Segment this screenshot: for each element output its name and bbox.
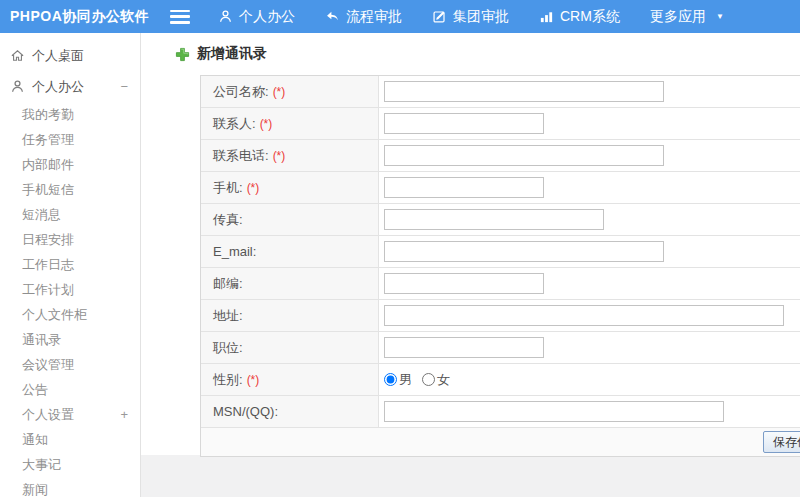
form-row-gender: 性别:(*)男女 [201, 364, 800, 396]
nav-item-more-apps[interactable]: 更多应用▼ [650, 8, 724, 26]
sidebar-item-label: 新闻 [22, 481, 48, 497]
required-marker: (*) [247, 373, 260, 387]
sidebar-item-label: 通知 [22, 431, 48, 449]
sidebar-item-label: 通讯录 [22, 331, 61, 349]
sidebar-item-big-events[interactable]: 大事记 [0, 452, 140, 477]
sidebar-item-label: 我的考勤 [22, 106, 74, 124]
sidebar-item-work-plan[interactable]: 工作计划 [0, 277, 140, 302]
top-nav: 个人办公流程审批集团审批CRM系统更多应用▼ [218, 8, 724, 26]
contact-phone-input[interactable] [384, 145, 664, 166]
user-icon [218, 9, 233, 24]
field-value-gender: 男女 [379, 364, 800, 395]
required-marker: (*) [247, 181, 260, 195]
field-value-email [379, 236, 800, 267]
nav-item-group-approval[interactable]: 集团审批 [432, 8, 509, 26]
field-value-zip-code [379, 268, 800, 299]
gender-option-女[interactable]: 女 [422, 371, 450, 389]
form-row-email: E_mail: [201, 236, 800, 268]
form-row-address: 地址: [201, 300, 800, 332]
form-row-contact-phone: 联系电话:(*) [201, 140, 800, 172]
gender-radio[interactable] [422, 373, 435, 386]
address-input[interactable] [384, 305, 784, 326]
field-value-address [379, 300, 800, 331]
email-input[interactable] [384, 241, 664, 262]
field-label-contact-phone: 联系电话:(*) [201, 140, 379, 171]
field-label-contact-person: 联系人:(*) [201, 108, 379, 139]
zip-code-input[interactable] [384, 273, 544, 294]
field-label-zip-code: 邮编: [201, 268, 379, 299]
company-name-input[interactable] [384, 81, 664, 102]
sidebar-item-contacts[interactable]: 通讯录 [0, 327, 140, 352]
field-label-position: 职位: [201, 332, 379, 363]
sidebar-item-mobile-sms[interactable]: 手机短信 [0, 177, 140, 202]
contact-form: 公司名称:(*)联系人:(*)联系电话:(*)手机:(*)传真:E_mail:邮… [200, 75, 800, 457]
expand-icon[interactable]: + [120, 407, 128, 422]
gender-radio[interactable] [384, 373, 397, 386]
radio-label: 男 [399, 371, 412, 389]
nav-item-crm-system[interactable]: CRM系统 [539, 8, 620, 26]
sidebar-item-label: 工作计划 [22, 281, 74, 299]
nav-item-label: 流程审批 [346, 8, 402, 26]
sidebar-item-schedule[interactable]: 日程安排 [0, 227, 140, 252]
required-marker: (*) [260, 117, 273, 131]
sidebar-item-label: 会议管理 [22, 356, 74, 374]
page-title-row: 新增通讯录 [175, 45, 800, 63]
required-marker: (*) [273, 85, 286, 99]
sidebar-item-label: 个人文件柜 [22, 306, 87, 324]
edit-icon [432, 9, 447, 24]
sidebar-item-personal-file-cabinet[interactable]: 个人文件柜 [0, 302, 140, 327]
gender-option-男[interactable]: 男 [384, 371, 412, 389]
sidebar-item-label: 个人设置 [22, 406, 74, 424]
user-icon [10, 79, 25, 94]
sidebar-item-notice[interactable]: 通知 [0, 427, 140, 452]
menu-toggle-icon[interactable] [170, 10, 190, 24]
sidebar-item-news[interactable]: 新闻 [0, 477, 140, 497]
content-panel: 新增通讯录 公司名称:(*)联系人:(*)联系电话:(*)手机:(*)传真:E_… [141, 33, 800, 455]
field-value-mobile [379, 172, 800, 203]
sidebar-item-task-management[interactable]: 任务管理 [0, 127, 140, 152]
form-row-msn-qq: MSN/(QQ): [201, 396, 800, 428]
sidebar-item-label: 大事记 [22, 456, 61, 474]
form-row-mobile: 手机:(*) [201, 172, 800, 204]
nav-item-label: 集团审批 [453, 8, 509, 26]
field-value-msn-qq [379, 396, 800, 427]
sidebar-item-my-attendance[interactable]: 我的考勤 [0, 102, 140, 127]
nav-item-label: 更多应用 [650, 8, 706, 26]
sidebar-item-short-message[interactable]: 短消息 [0, 202, 140, 227]
field-label-msn-qq: MSN/(QQ): [201, 396, 379, 427]
sidebar-item-label: 内部邮件 [22, 156, 74, 174]
chart-icon [539, 9, 554, 24]
nav-item-personal-office[interactable]: 个人办公 [218, 8, 295, 26]
field-value-position [379, 332, 800, 363]
sidebar-item-meeting-management[interactable]: 会议管理 [0, 352, 140, 377]
field-label-address: 地址: [201, 300, 379, 331]
chevron-down-icon: ▼ [716, 12, 724, 21]
field-value-contact-person [379, 108, 800, 139]
sidebar-item-work-log[interactable]: 工作日志 [0, 252, 140, 277]
sidebar-item-internal-mail[interactable]: 内部邮件 [0, 152, 140, 177]
position-input[interactable] [384, 337, 544, 358]
sidebar-item-personal-settings[interactable]: 个人设置+ [0, 402, 140, 427]
mobile-input[interactable] [384, 177, 544, 198]
field-label-fax: 传真: [201, 204, 379, 235]
msn-qq-input[interactable] [384, 401, 724, 422]
radio-label: 女 [437, 371, 450, 389]
save-button[interactable]: 保存信息 [763, 431, 800, 453]
sidebar-item-announcement[interactable]: 公告 [0, 377, 140, 402]
top-header: PHPOA协同办公软件 个人办公流程审批集团审批CRM系统更多应用▼ [0, 0, 800, 33]
field-label-mobile: 手机:(*) [201, 172, 379, 203]
home-icon [10, 48, 25, 63]
sidebar-item-label: 工作日志 [22, 256, 74, 274]
collapse-icon[interactable]: − [120, 79, 128, 94]
required-marker: (*) [273, 149, 286, 163]
sidebar-item-label: 公告 [22, 381, 48, 399]
fax-input[interactable] [384, 209, 604, 230]
form-row-zip-code: 邮编: [201, 268, 800, 300]
nav-item-workflow-approval[interactable]: 流程审批 [325, 8, 402, 26]
main-content: 新增通讯录 公司名称:(*)联系人:(*)联系电话:(*)手机:(*)传真:E_… [141, 33, 800, 497]
app-logo: PHPOA协同办公软件 [0, 8, 170, 26]
sidebar-item-label: 手机短信 [22, 181, 74, 199]
sidebar-item-personal-desktop[interactable]: 个人桌面 [0, 40, 140, 71]
sidebar-item-personal-office[interactable]: 个人办公− [0, 71, 140, 102]
contact-person-input[interactable] [384, 113, 544, 134]
